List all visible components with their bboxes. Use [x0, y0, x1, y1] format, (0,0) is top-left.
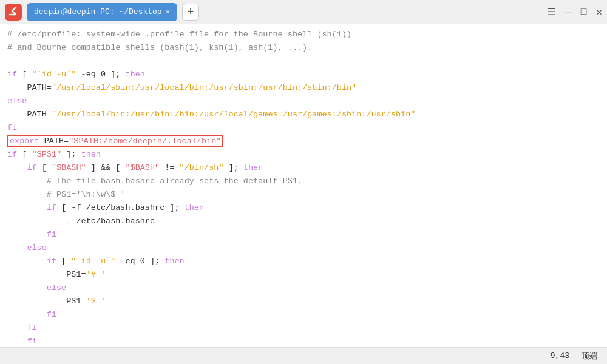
code-line-21: PS1='$ ': [0, 295, 607, 308]
code-line-22: fi: [0, 308, 607, 322]
code-line-9-highlighted: export PATH="$PATH:/home/deepin/.local/b…: [0, 135, 607, 148]
maximize-button[interactable]: □: [581, 7, 587, 18]
code-line-6: else: [0, 95, 607, 108]
close-button[interactable]: ✕: [596, 6, 602, 18]
code-line-19: PS1='# ': [0, 268, 607, 281]
code-line-10: if [ "$PS1" ]; then: [0, 148, 607, 161]
statusbar: 9,43 顶端: [0, 347, 607, 364]
code-line-13: # PS1='\h:\w\$ ': [0, 188, 607, 201]
code-line-23: fi: [0, 322, 607, 335]
tab-label: deepin@deepin-PC: ~/Desktop: [34, 7, 162, 16]
code-editor: # /etc/profile: system-wide .profile fil…: [0, 24, 607, 347]
add-tab-button[interactable]: +: [182, 4, 199, 21]
code-line-24: fi: [0, 335, 607, 347]
code-line-3: [0, 55, 607, 68]
code-line-16: fi: [0, 228, 607, 241]
code-line-14: if [ -f /etc/bash.bashrc ]; then: [0, 201, 607, 215]
hamburger-button[interactable]: ☰: [547, 6, 555, 18]
code-line-5: PATH="/usr/local/sbin:/usr/local/bin:/us…: [0, 81, 607, 95]
code-line-8: fi: [0, 121, 607, 135]
window-controls: ☰ — □ ✕: [547, 6, 602, 18]
active-tab[interactable]: deepin@deepin-PC: ~/Desktop ✕: [27, 3, 177, 21]
minimize-button[interactable]: —: [565, 7, 571, 18]
code-line-1: # /etc/profile: system-wide .profile fil…: [0, 28, 607, 41]
code-line-15: . /etc/bash.bashrc: [0, 215, 607, 228]
code-line-12: # The file bash.bashrc already sets the …: [0, 175, 607, 188]
terminal-icon: [5, 4, 22, 21]
code-line-4: if [ "`id -u`" -eq 0 ]; then: [0, 68, 607, 81]
code-line-17: else: [0, 241, 607, 255]
scroll-position: 顶端: [582, 351, 597, 362]
tab-close-icon[interactable]: ✕: [166, 7, 170, 16]
code-line-11: if [ "$BASH" ] && [ "$BASH" != "/bin/sh"…: [0, 161, 607, 175]
code-line-20: else: [0, 281, 607, 295]
code-line-18: if [ "`id -u`" -eq 0 ]; then: [0, 255, 607, 268]
cursor-position: 9,43: [551, 351, 569, 360]
titlebar: deepin@deepin-PC: ~/Desktop ✕ + ☰ — □ ✕: [0, 0, 607, 24]
code-line-7: PATH="/usr/local/bin:/usr/bin:/bin:/usr/…: [0, 108, 607, 121]
code-line-2: # and Bourne compatible shells (bash(1),…: [0, 41, 607, 55]
